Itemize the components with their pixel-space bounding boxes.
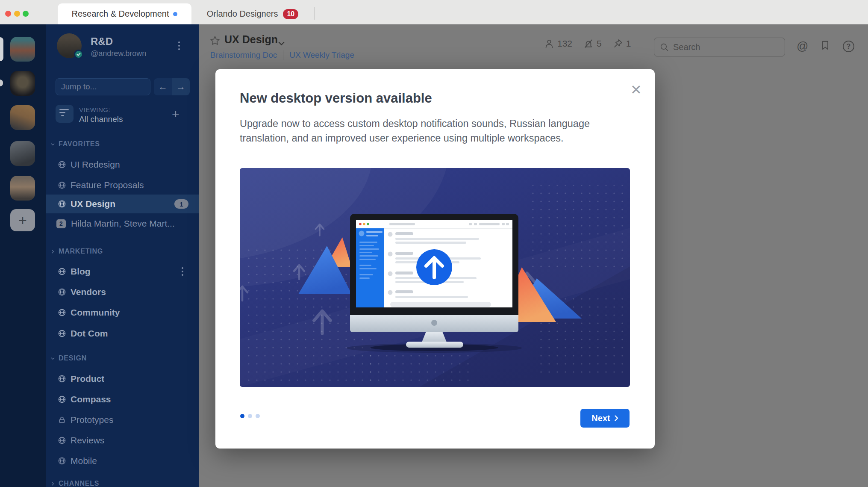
traffic-light-minimize[interactable] xyxy=(14,11,20,17)
header-counters: 132 5 1 xyxy=(544,38,631,49)
bell-slash-icon xyxy=(583,38,594,49)
add-workspace-button[interactable]: + xyxy=(10,209,35,231)
pin-icon xyxy=(613,38,623,49)
app-window: Research & Development Orlando Designers… xyxy=(0,0,868,487)
sidebar-divider xyxy=(46,66,199,66)
unread-dot-icon xyxy=(173,12,177,16)
globe-icon xyxy=(58,395,66,404)
sidebar-item-prototypes[interactable]: Prototypes xyxy=(46,410,199,429)
chevron-down-icon xyxy=(50,356,55,361)
globe-icon xyxy=(58,160,66,169)
workspace-rail: + xyxy=(0,24,46,487)
workspace-unread-indicator xyxy=(0,80,3,86)
unread-count-badge: 1 xyxy=(174,199,188,209)
search-icon xyxy=(660,43,669,52)
traffic-light-zoom[interactable] xyxy=(23,11,29,17)
help-icon[interactable]: ? xyxy=(843,41,854,52)
workspace-avatar-3[interactable] xyxy=(10,105,35,130)
modal-body-text: Upgrade now to access custom desktop not… xyxy=(240,116,639,145)
section-favorites[interactable]: FAVORITES xyxy=(50,139,100,149)
active-workspace-indicator xyxy=(0,37,3,61)
channel-menu-icon[interactable] xyxy=(182,267,183,276)
tab-divider xyxy=(315,7,315,20)
tab-research-development[interactable]: Research & Development xyxy=(58,3,191,24)
chevron-right-icon xyxy=(50,481,55,486)
viewing-label: VIEWING: xyxy=(79,106,110,113)
tab-label: Research & Development xyxy=(72,9,169,19)
bookmark-icon[interactable] xyxy=(821,40,830,52)
viewing-value[interactable]: All channels xyxy=(79,115,123,124)
sidebar-item-reviews[interactable]: Reviews xyxy=(46,431,199,450)
filter-icon[interactable] xyxy=(56,105,74,123)
modal-title: New desktop version available xyxy=(240,91,432,106)
sidebar-item-blog[interactable]: Blog xyxy=(46,262,199,281)
sidebar-item-ui-redesign[interactable]: UI Redesign xyxy=(46,155,199,174)
history-nav: ← → xyxy=(154,78,190,95)
carousel-dot[interactable] xyxy=(256,414,260,418)
workspace-name: R&D xyxy=(91,35,113,47)
globe-icon xyxy=(58,436,66,445)
tab-orlando-designers[interactable]: Orlando Designers 10 xyxy=(197,3,309,24)
user-handle: @andrew.brown xyxy=(91,49,146,58)
tab-unread-badge: 10 xyxy=(283,9,298,19)
chevron-right-icon xyxy=(50,249,55,254)
next-button[interactable]: Next xyxy=(580,409,630,428)
globe-icon xyxy=(58,457,66,465)
link-divider xyxy=(283,50,283,60)
workspace-avatar-1[interactable] xyxy=(10,37,35,62)
favorite-star-icon[interactable] xyxy=(209,35,221,48)
window-tab-bar: Research & Development Orlando Designers… xyxy=(0,0,868,24)
globe-icon xyxy=(58,375,66,383)
section-marketing[interactable]: MARKETING xyxy=(50,246,103,257)
sidebar-item-community[interactable]: Community xyxy=(46,303,199,322)
dm-count-badge: 2 xyxy=(56,219,66,228)
mentions-at-icon[interactable]: @ xyxy=(797,40,808,53)
chevron-down-icon xyxy=(50,142,55,147)
members-count[interactable]: 132 xyxy=(544,38,572,49)
forward-arrow-icon[interactable]: → xyxy=(172,78,190,95)
workspace-menu-icon[interactable] xyxy=(177,40,182,52)
chevron-right-icon xyxy=(615,415,618,421)
globe-icon xyxy=(58,200,66,208)
globe-icon xyxy=(58,288,66,296)
workspace-avatar-2[interactable] xyxy=(10,71,35,96)
sidebar-item-dot-com[interactable]: Dot Com xyxy=(46,324,199,343)
sidebar-item-product[interactable]: Product xyxy=(46,369,199,388)
tab-label: Orlando Designers xyxy=(207,9,278,19)
workspace-avatar-4[interactable] xyxy=(10,141,35,166)
sidebar-item-vendors[interactable]: Vendors xyxy=(46,283,199,301)
upgrade-modal: ✕ New desktop version available Upgrade … xyxy=(215,69,655,449)
workspace-avatar-5[interactable] xyxy=(10,176,35,201)
link-brainstorming-doc[interactable]: Brainstorming Doc xyxy=(210,50,277,60)
sidebar-item-dm-hilda-steve[interactable]: 2 Hilda Martin, Steve Mart... xyxy=(46,214,199,233)
globe-icon xyxy=(58,181,66,189)
online-status-icon xyxy=(74,50,83,59)
chevron-down-icon[interactable] xyxy=(278,40,285,47)
traffic-light-close[interactable] xyxy=(5,11,11,17)
channel-title: UX Design xyxy=(224,33,278,46)
section-channels[interactable]: CHANNELS xyxy=(50,478,99,487)
upgrade-illustration xyxy=(240,168,630,387)
sidebar-item-ux-design[interactable]: UX Design 1 xyxy=(46,195,199,213)
channel-sidebar: R&D @andrew.brown ← → VIEWING: All chann… xyxy=(46,24,199,487)
lock-icon xyxy=(58,416,66,424)
search-box[interactable] xyxy=(654,38,785,56)
globe-icon xyxy=(58,308,66,317)
link-ux-weekly-triage[interactable]: UX Weekly Triage xyxy=(289,50,354,60)
sidebar-item-feature-proposals[interactable]: Feature Proposals xyxy=(46,176,199,195)
muted-count[interactable]: 5 xyxy=(583,38,602,49)
close-icon[interactable]: ✕ xyxy=(627,80,645,100)
add-channel-icon[interactable]: + xyxy=(172,107,179,121)
globe-icon xyxy=(58,267,66,276)
carousel-dots xyxy=(240,414,260,418)
sidebar-item-compass[interactable]: Compass xyxy=(46,390,199,409)
channel-pinned-links: Brainstorming Doc UX Weekly Triage xyxy=(210,50,354,60)
section-design[interactable]: DESIGN xyxy=(50,353,87,363)
back-arrow-icon[interactable]: ← xyxy=(154,78,172,95)
search-input[interactable] xyxy=(673,42,771,52)
carousel-dot-active[interactable] xyxy=(240,414,244,418)
sidebar-item-mobile[interactable]: Mobile xyxy=(46,452,199,470)
pinned-count[interactable]: 1 xyxy=(613,38,631,49)
carousel-dot[interactable] xyxy=(248,414,252,418)
jump-to-input[interactable] xyxy=(56,78,150,95)
